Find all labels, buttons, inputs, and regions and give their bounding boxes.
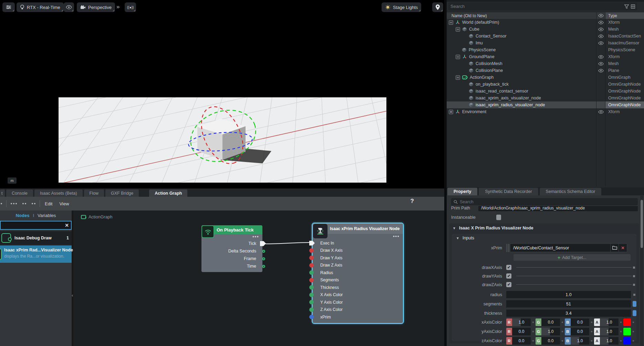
expand-toggle[interactable]: − bbox=[456, 75, 460, 80]
folder-browse-button[interactable] bbox=[611, 244, 619, 252]
input-port-row[interactable]: Z Axis Color bbox=[313, 306, 403, 314]
visibility-eye-icon[interactable] bbox=[596, 28, 605, 31]
stage-lights-button[interactable]: Stage Lights bbox=[382, 2, 421, 12]
stage-row-environment[interactable]: +Environment Xform bbox=[447, 108, 644, 115]
column-name[interactable]: Name (Old to New) bbox=[447, 13, 596, 18]
tab-semantics-schema-editor[interactable]: Semantics Schema Editor bbox=[540, 188, 602, 195]
palette-category-isaac-debug-draw[interactable]: Isaac Debug Draw 1 bbox=[0, 231, 72, 245]
port-delta-seconds[interactable] bbox=[262, 250, 265, 253]
stage-search-bar[interactable] bbox=[448, 2, 637, 10]
palette-tab-nodes[interactable]: Nodes bbox=[16, 213, 30, 218]
expand-toggle[interactable]: − bbox=[456, 27, 460, 32]
property-search-input[interactable] bbox=[460, 199, 635, 204]
port-xprim[interactable] bbox=[309, 315, 314, 319]
port-thickness[interactable] bbox=[309, 285, 314, 290]
port-frame[interactable] bbox=[262, 257, 265, 260]
menu-view[interactable]: View bbox=[56, 201, 72, 206]
segments-field[interactable]: 51 bbox=[506, 300, 631, 307]
node-isaac-xprim-radius-visualizer[interactable]: Isaac xPrim Radius Visualizer Node ●●● E… bbox=[312, 223, 404, 324]
property-scrollbar[interactable] bbox=[640, 196, 643, 346]
port-draw-x-axis[interactable] bbox=[309, 248, 314, 253]
tab-property[interactable]: Property bbox=[447, 188, 477, 195]
filter-funnel-icon[interactable] bbox=[624, 4, 629, 9]
output-port-row[interactable]: Tick bbox=[201, 240, 262, 247]
x-color-g-field[interactable]: 0.0 bbox=[541, 318, 560, 326]
thickness-field[interactable]: 3.4 bbox=[506, 310, 631, 317]
port-radius[interactable] bbox=[309, 270, 314, 275]
scrollbar-thumb[interactable] bbox=[641, 200, 643, 248]
input-port-row[interactable]: Draw Z Axis bbox=[313, 262, 403, 269]
output-port-row[interactable]: Delta Seconds bbox=[201, 247, 262, 255]
tab-isaac-assets[interactable]: Isaac Assets (Beta) bbox=[34, 190, 83, 197]
stage-row-world[interactable]: −World (defaultPrim) Xform bbox=[447, 19, 644, 26]
input-port-row[interactable]: Exec In bbox=[313, 239, 403, 247]
draw-x-axis-checkbox[interactable]: ✔ bbox=[506, 265, 511, 270]
port-draw-y-axis[interactable] bbox=[309, 256, 314, 260]
instanceable-checkbox[interactable] bbox=[496, 215, 501, 220]
port-z-axis-color[interactable] bbox=[309, 307, 314, 312]
z-color-b-field[interactable]: 1.0 bbox=[571, 337, 589, 345]
port-segments[interactable] bbox=[309, 278, 314, 282]
viewport-settings-button[interactable] bbox=[2, 2, 15, 12]
visibility-eye-icon[interactable] bbox=[596, 55, 605, 59]
visibility-eye-icon[interactable] bbox=[596, 21, 605, 24]
draw-y-axis-checkbox[interactable]: ✔ bbox=[506, 273, 511, 279]
x-color-a-field[interactable]: 1.0 bbox=[600, 318, 619, 326]
default-indicator[interactable] bbox=[633, 310, 636, 316]
tab-flow[interactable]: Flow bbox=[84, 190, 104, 197]
port-time[interactable] bbox=[262, 265, 265, 268]
chevrons-icon[interactable]: » bbox=[116, 3, 120, 10]
exec-port-tick[interactable] bbox=[260, 241, 266, 246]
expand-toggle[interactable]: + bbox=[449, 110, 453, 114]
input-port-row[interactable]: Thickness bbox=[313, 284, 403, 291]
tab-action-graph[interactable]: Action Graph bbox=[149, 190, 187, 197]
stage-row-collisionplane[interactable]: CollisionPlane Plane bbox=[447, 67, 644, 74]
y-color-a-field[interactable]: 1.0 bbox=[600, 328, 619, 335]
expand-toggle[interactable]: − bbox=[449, 20, 453, 25]
radius-field[interactable]: 1.0 bbox=[506, 291, 631, 298]
stage-search-input[interactable] bbox=[450, 4, 624, 9]
z-color-g-field[interactable]: 0.0 bbox=[541, 337, 560, 345]
visibility-eye-icon[interactable] bbox=[596, 62, 605, 66]
port-y-axis-color[interactable] bbox=[309, 300, 314, 304]
draw-z-axis-checkbox[interactable]: ✔ bbox=[506, 282, 511, 287]
x-axis-color-swatch[interactable] bbox=[623, 318, 631, 326]
collapse-triangle-icon[interactable]: ▼ bbox=[456, 236, 459, 240]
stage-row-groundplane[interactable]: −GroundPlane Xform bbox=[447, 53, 644, 60]
signal-button[interactable]: ((●)) bbox=[125, 2, 136, 12]
drag-handle[interactable] bbox=[506, 244, 509, 252]
input-port-row[interactable]: Draw Y Axis bbox=[313, 254, 403, 262]
stage-row-isaac-xprim-radius-visualizer[interactable]: isaac_xprim_radius_visualizer_node OmniG… bbox=[447, 101, 644, 108]
stage-row-on-playback-tick[interactable]: on_playback_tick OmniGraphNode bbox=[447, 81, 644, 88]
clear-target-button[interactable]: ✕ bbox=[619, 244, 627, 252]
toolbar-dot[interactable] bbox=[1, 203, 2, 204]
y-axis-color-swatch[interactable] bbox=[623, 328, 631, 335]
stage-row-actiongraph[interactable]: −ActionGraph OmniGraph bbox=[447, 74, 644, 81]
property-search-bar[interactable] bbox=[451, 198, 638, 205]
section-header[interactable]: ▼ Isaac X Prim Radius Visualizer Node bbox=[449, 224, 639, 233]
column-type[interactable]: Type bbox=[605, 12, 644, 19]
stage-row-physicsscene[interactable]: PhysicsScene PhysicsScene bbox=[447, 46, 644, 53]
visibility-eye-icon[interactable] bbox=[596, 41, 605, 45]
port-draw-z-axis[interactable] bbox=[309, 263, 314, 268]
options-grid-icon[interactable] bbox=[631, 4, 635, 9]
visibility-button[interactable] bbox=[64, 2, 74, 12]
menu-edit[interactable]: Edit bbox=[41, 201, 56, 206]
y-color-b-field[interactable]: 0.0 bbox=[571, 328, 589, 335]
x-color-r-field[interactable]: 1.0 bbox=[512, 318, 531, 326]
input-port-row[interactable]: X Axis Color bbox=[313, 291, 403, 299]
column-divider[interactable] bbox=[605, 12, 605, 187]
panel-divider[interactable] bbox=[444, 0, 447, 346]
waypoint-button[interactable] bbox=[432, 2, 443, 12]
output-port-row[interactable]: Time bbox=[201, 262, 262, 270]
visibility-eye-icon[interactable] bbox=[596, 110, 605, 114]
palette-item-xprim-radius-visualizer[interactable]: Isaac xPrim Rad...Visualizer Node displa… bbox=[0, 246, 72, 263]
y-color-r-field[interactable]: 0.0 bbox=[512, 328, 531, 335]
node-on-playback-tick[interactable]: On Playback Tick ●●● Tick Delta Seconds … bbox=[201, 225, 262, 272]
action-graph-canvas[interactable]: ActionGraph On Playback Tick ●●● Tick De… bbox=[73, 210, 444, 346]
stage-row-cube[interactable]: −Cube Mesh bbox=[447, 26, 644, 33]
stage-row-isaac-read-contact-sensor[interactable]: isaac_read_contact_sensor OmniGraphNode bbox=[447, 88, 644, 95]
prim-path-value[interactable]: /World/ActionGraph/isaac_xprim_radius_vi… bbox=[478, 206, 638, 211]
palette-tab-variables[interactable]: Variables bbox=[38, 213, 56, 218]
input-port-row[interactable]: Y Axis Color bbox=[313, 299, 403, 306]
